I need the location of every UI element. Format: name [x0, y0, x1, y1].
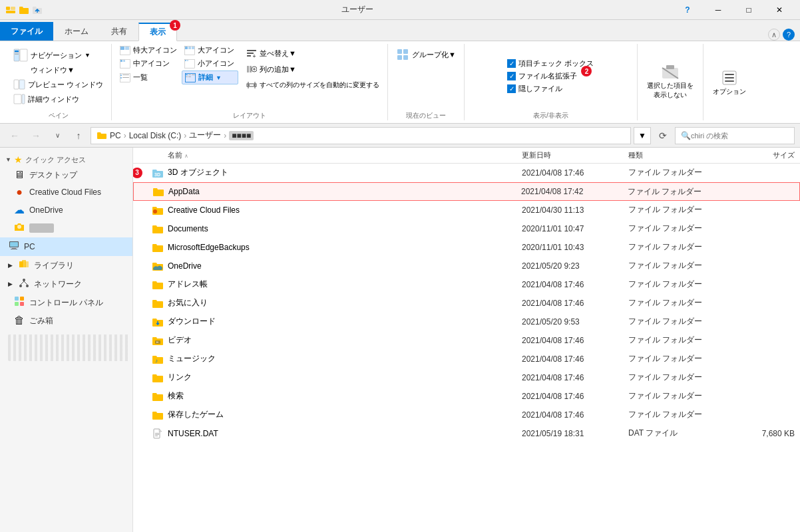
hide-selected-btn[interactable]: 選択した項目を 表示しない: [643, 60, 698, 102]
forward-btn[interactable]: →: [27, 126, 45, 145]
col-size-header[interactable]: サイズ: [728, 150, 795, 160]
file-name: 検索: [168, 390, 522, 402]
table-row[interactable]: ♪ ミュージック 2021/04/08 17:46 ファイル フォルダー: [133, 350, 800, 368]
sidebar-item-pc[interactable]: PC: [0, 237, 132, 256]
help-ribbon-btn[interactable]: ?: [783, 29, 795, 41]
quick-access-section[interactable]: ▼ ★ クイック アクセス: [0, 150, 132, 166]
quick-access-icon[interactable]: [5, 5, 16, 15]
sidebar-item-desktop[interactable]: 🖥 デスクトップ: [0, 166, 132, 184]
details-pane-btn[interactable]: 詳細ウィンドウ: [11, 92, 82, 106]
preview-pane-btn[interactable]: プレビュー ウィンドウ: [11, 78, 106, 91]
auto-resize-btn[interactable]: すべての列のサイズを自動的に変更する: [244, 78, 382, 92]
table-row[interactable]: リンク 2021/04/08 17:46 ファイル フォルダー: [133, 368, 800, 387]
back-btn[interactable]: ←: [5, 126, 24, 145]
svg-rect-16: [185, 47, 188, 49]
file-extensions-toggle[interactable]: ✓ ファイル名拡張子 2: [507, 71, 577, 81]
nav-pane-btn[interactable]: ナビゲーション ▼ ウィンドウ▼: [11, 47, 93, 76]
sort-btn[interactable]: 並べ替え▼: [244, 47, 382, 60]
group-by-btn[interactable]: グループ化▼: [393, 47, 459, 63]
medium-icon-btn[interactable]: 中アイコン: [117, 57, 180, 70]
table-row[interactable]: OneDrive 2021/05/20 9:23 ファイル フォルダー: [133, 257, 800, 275]
refresh-btn[interactable]: ⟳: [654, 126, 672, 145]
address-path[interactable]: PC › Local Disk (C:) › ユーザー › ■■■■: [91, 127, 631, 144]
sidebar-item-user[interactable]: ■■■■: [0, 219, 132, 237]
tab-file[interactable]: ファイル: [0, 22, 53, 41]
maximize-button[interactable]: □: [733, 0, 764, 20]
table-row[interactable]: MicrosoftEdgeBackups 2020/11/01 10:43 ファ…: [133, 238, 800, 257]
folder-music-icon: ♪: [152, 353, 164, 365]
close-button[interactable]: ✕: [764, 0, 795, 20]
col-type-header[interactable]: 種類: [628, 150, 728, 160]
table-row[interactable]: 3 3D 3D オブジェクト 2021/04/08 17:46 ファイル フォル…: [133, 164, 800, 182]
ribbon-group-pane: ナビゲーション ▼ ウィンドウ▼ プレビュー ウィンドウ 詳細ウィンドウ ペイン: [5, 44, 112, 120]
list-view-btn[interactable]: 一覧: [117, 70, 180, 84]
folder-favorites-icon: [152, 297, 164, 309]
table-row[interactable]: AppData 2021/04/08 17:42 ファイル フォルダー: [133, 182, 800, 201]
svg-rect-51: [666, 65, 674, 69]
library-icon: [18, 259, 30, 272]
table-row[interactable]: ビデオ 2021/04/08 17:46 ファイル フォルダー: [133, 331, 800, 350]
path-folder-icon: [97, 130, 107, 141]
sidebar-item-cc-files[interactable]: ● Creative Cloud Files: [0, 184, 132, 201]
file-type: ファイル フォルダー: [628, 204, 728, 215]
sidebar-item-library[interactable]: ▶ ライブラリ: [0, 256, 132, 275]
large-icon-btn[interactable]: 大アイコン: [182, 44, 238, 57]
table-row[interactable]: 保存したゲーム 2021/04/08 17:46 ファイル フォルダー: [133, 406, 800, 424]
small-icon-btn[interactable]: 小アイコン: [182, 57, 238, 70]
svg-rect-8: [14, 80, 19, 89]
table-row[interactable]: Documents 2020/11/01 10:47 ファイル フォルダー: [133, 219, 800, 238]
file-size: 7,680 KB: [728, 429, 795, 438]
tab-share[interactable]: 共有: [100, 22, 138, 41]
folder-docs-icon: [152, 223, 164, 235]
folder-cc-icon: [152, 204, 164, 216]
up-btn[interactable]: ↑: [69, 126, 88, 145]
svg-rect-53: [725, 74, 734, 75]
sidebar-item-control-panel[interactable]: コントロール パネル: [0, 293, 132, 312]
table-row[interactable]: Creative Cloud Files 2021/04/30 11:13 ファ…: [133, 201, 800, 219]
minimize-button[interactable]: ─: [703, 0, 733, 20]
ribbon-group-layout: 特大アイコン 大アイコン 中アイコン 小アイコン: [112, 44, 388, 120]
network-icon: [18, 277, 30, 291]
svg-rect-38: [247, 55, 251, 57]
file-date: 2021/04/08 17:46: [522, 392, 628, 401]
extra-large-icon-btn[interactable]: 特大アイコン: [117, 44, 180, 57]
file-date: 2021/04/08 17:42: [521, 187, 628, 196]
svg-rect-81: [155, 436, 158, 436]
file-name: ビデオ: [168, 334, 522, 346]
col-date-header[interactable]: 更新日時: [522, 150, 628, 160]
svg-rect-39: [247, 66, 249, 72]
file-type: ファイル フォルダー: [628, 316, 728, 327]
svg-rect-37: [247, 53, 254, 54]
sidebar-item-network[interactable]: ▶ ネットワーク: [0, 275, 132, 293]
collapse-ribbon-btn[interactable]: ∧: [768, 29, 780, 41]
options-btn[interactable]: オプション: [709, 66, 750, 99]
table-row[interactable]: NTUSER.DAT 2021/05/19 18:31 DAT ファイル 7,6…: [133, 424, 800, 443]
address-dropdown[interactable]: ▼: [634, 127, 651, 144]
annotation-2: 2: [581, 66, 592, 76]
svg-rect-79: [155, 433, 159, 434]
item-check-boxes-toggle[interactable]: ✓ 項目チェック ボックス: [507, 59, 594, 68]
ribbon-group-options: オプション: [703, 44, 755, 120]
tab-view[interactable]: 表示 1: [138, 23, 177, 41]
table-row[interactable]: アドレス帳 2021/04/08 17:46 ファイル フォルダー: [133, 275, 800, 294]
file-date: 2020/11/01 10:43: [522, 243, 628, 252]
help-button[interactable]: ?: [672, 0, 703, 20]
svg-rect-26: [120, 74, 122, 76]
hidden-files-toggle[interactable]: ✓ 隠しファイル: [507, 84, 562, 94]
address-bar: ← → ∨ ↑ PC › Local Disk (C:) › ユーザー › ■■…: [0, 124, 800, 148]
search-input[interactable]: [691, 132, 789, 140]
details-view-btn[interactable]: 詳細 ▼: [182, 70, 238, 84]
tab-home[interactable]: ホーム: [53, 22, 100, 41]
add-column-btn[interactable]: 列の追加▼: [244, 63, 382, 76]
table-row[interactable]: ダウンロード 2021/05/20 9:53 ファイル フォルダー: [133, 313, 800, 331]
user-folder-icon: [13, 221, 25, 235]
sidebar-item-onedrive[interactable]: ☁ OneDrive: [0, 201, 132, 219]
table-row[interactable]: お気に入り 2021/04/08 17:46 ファイル フォルダー: [133, 294, 800, 313]
folder-downloads-icon: [152, 316, 164, 328]
svg-point-64: [23, 279, 25, 281]
col-name-header[interactable]: 名前 ∧: [152, 150, 522, 160]
sidebar-item-trash[interactable]: 🗑 ごみ箱: [0, 312, 132, 329]
recent-locations-btn[interactable]: ∨: [48, 126, 67, 145]
table-row[interactable]: 検索 2021/04/08 17:46 ファイル フォルダー: [133, 387, 800, 406]
file-date: 2021/04/08 17:46: [522, 280, 628, 289]
